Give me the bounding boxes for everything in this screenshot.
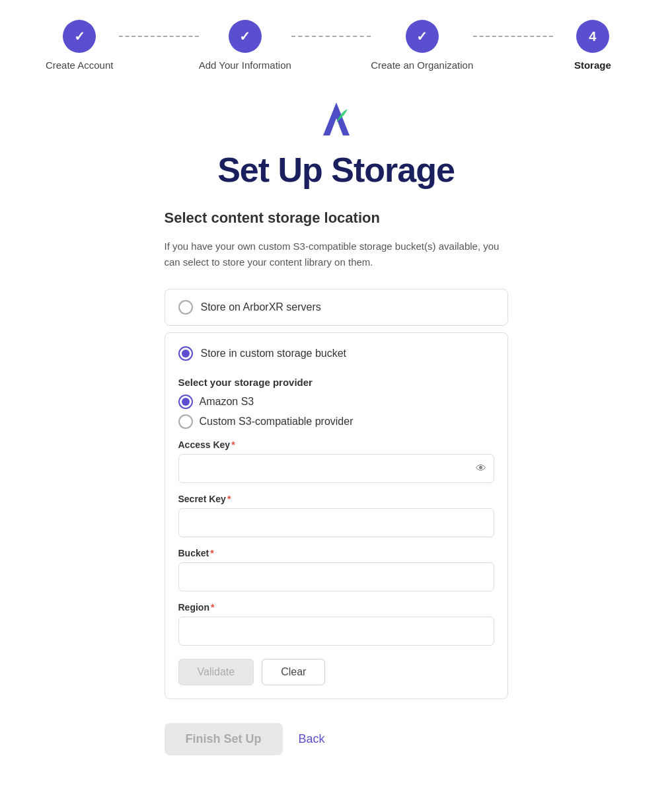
arborxr-logo	[313, 97, 359, 143]
connector-1	[119, 20, 198, 37]
access-key-input[interactable]	[178, 454, 494, 483]
description: If you have your own custom S3-compatibl…	[165, 239, 508, 270]
check-icon-3: ✓	[416, 28, 428, 44]
line-1	[119, 36, 198, 37]
connector-3	[473, 20, 552, 37]
step-circle-4: 4	[576, 20, 609, 53]
secret-key-field: Secret Key*	[178, 494, 494, 537]
finish-setup-button[interactable]: Finish Set Up	[165, 723, 283, 755]
bottom-actions: Finish Set Up Back	[165, 723, 508, 793]
amazon-s3-option[interactable]: Amazon S3	[178, 395, 494, 409]
stepper: ✓ Create Account ✓ Add Your Information …	[0, 0, 672, 84]
custom-label: Store in custom storage bucket	[201, 348, 347, 359]
amazon-s3-radio[interactable]	[178, 395, 193, 409]
region-required: *	[211, 602, 214, 613]
region-input[interactable]	[178, 617, 494, 646]
arborxr-label: Store on ArborXR servers	[201, 301, 321, 313]
line-2	[291, 36, 371, 37]
bucket-field: Bucket*	[178, 548, 494, 591]
check-icon-1: ✓	[74, 28, 85, 44]
section-title: Select content storage location	[165, 209, 508, 227]
bucket-input[interactable]	[178, 562, 494, 591]
region-label: Region*	[178, 602, 494, 613]
custom-s3-radio[interactable]	[178, 414, 193, 429]
provider-options: Amazon S3 Custom S3-compatiable provider	[178, 395, 494, 429]
step-add-info: ✓ Add Your Information	[199, 20, 291, 71]
page-title: Set Up Storage	[0, 150, 672, 190]
field-button-row: Validate Clear	[178, 659, 494, 685]
step-circle-1: ✓	[63, 20, 96, 53]
provider-label: Select your storage provider	[178, 377, 494, 388]
clear-button[interactable]: Clear	[262, 659, 325, 685]
access-key-label: Access Key*	[178, 439, 494, 450]
step-number-4: 4	[589, 29, 596, 44]
back-link[interactable]: Back	[299, 732, 325, 746]
secret-key-required: *	[227, 494, 231, 504]
access-key-required: *	[231, 439, 235, 450]
arborxr-option[interactable]: Store on ArborXR servers	[165, 289, 508, 326]
custom-option: Store in custom storage bucket Select yo…	[165, 332, 508, 699]
amazon-s3-label: Amazon S3	[200, 396, 254, 408]
bucket-required: *	[210, 548, 213, 558]
region-field: Region*	[178, 602, 494, 646]
secret-key-label: Secret Key*	[178, 494, 494, 504]
provider-section: Select your storage provider Amazon S3 C…	[178, 377, 494, 685]
step-label-4: Storage	[574, 59, 611, 71]
main-content: Select content storage location If you h…	[151, 209, 521, 793]
access-key-wrapper: 👁	[178, 454, 494, 483]
access-key-field: Access Key* 👁	[178, 439, 494, 483]
step-label-3: Create an Organization	[371, 59, 473, 71]
secret-key-input[interactable]	[178, 508, 494, 537]
custom-radio[interactable]	[178, 346, 193, 361]
step-label-1: Create Account	[46, 59, 114, 71]
arborxr-radio[interactable]	[178, 300, 193, 315]
step-create-org: ✓ Create an Organization	[371, 20, 473, 71]
step-circle-2: ✓	[229, 20, 262, 53]
bucket-label: Bucket*	[178, 548, 494, 558]
line-3	[473, 36, 552, 37]
step-storage: 4 Storage	[553, 20, 632, 71]
check-icon-2: ✓	[239, 28, 250, 44]
custom-s3-option[interactable]: Custom S3-compatiable provider	[178, 414, 494, 429]
step-circle-3: ✓	[406, 20, 439, 53]
eye-icon[interactable]: 👁	[476, 463, 486, 474]
connector-2	[291, 20, 371, 37]
custom-s3-label: Custom S3-compatiable provider	[200, 416, 354, 428]
validate-button[interactable]: Validate	[178, 659, 254, 685]
step-label-2: Add Your Information	[199, 59, 291, 71]
custom-option-top[interactable]: Store in custom storage bucket	[178, 346, 494, 361]
step-create-account: ✓ Create Account	[40, 20, 119, 71]
logo-area	[0, 97, 672, 143]
